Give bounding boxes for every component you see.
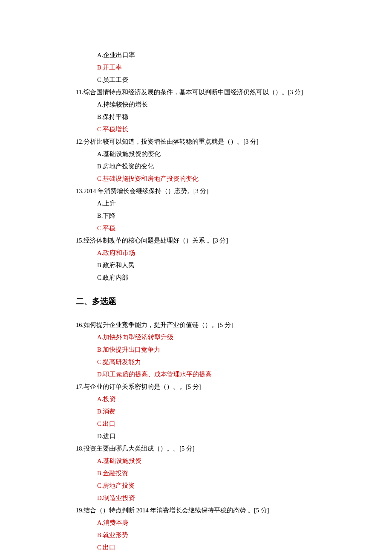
question-stem: 18.投资主要由哪几大类组成（）。。[5 分] [76,442,331,455]
option-correct: B.加快提升出口竞争力 [97,344,331,356]
option-correct: D.制造业投资 [97,492,331,504]
question-stem: 13.2014 年消费增长会继续保持（）态势。[3 分] [76,185,331,197]
option-correct: C.平稳 [97,222,331,234]
option: D.进口 [97,430,331,442]
option: C.员工工资 [97,74,331,86]
option-correct: A.投资 [97,393,331,405]
option-correct: B.金融投资 [97,467,331,480]
question-stem: 16.如何提升企业竞争能力，提升产业价值链（）。[5 分] [76,319,331,331]
section-title-multiple-choice: 二、多选题 [76,293,331,309]
option-correct: A.政府和市场 [97,247,331,259]
option: B.房地产投资的变化 [97,160,331,173]
option: B.保持平稳 [97,111,331,123]
option-correct: D.职工素质的提高、成本管理水平的提高 [97,368,331,381]
option-correct: C.出口 [97,541,331,554]
question-stem: 15.经济体制改革的核心问题是处理好（）关系 。[3 分] [76,234,331,247]
option: C.政府内部 [97,272,331,284]
option-correct: B.消费 [97,405,331,418]
option-correct: C.出口 [97,418,331,430]
page-content: A.企业出口率 B.开工率 C.员工工资 11.综合国情特点和经济发展的条件，基… [76,49,331,554]
option-correct: C.基础设施投资和房地产投资的变化 [97,173,331,185]
question-stem: 12.分析比较可以知道，投资增长由落转稳的重点就是（）。[3 分] [76,136,331,148]
option-correct: C.平稳增长 [97,123,331,136]
question-stem: 11.综合国情特点和经济发展的条件，基本可以判断中国经济仍然可以（）。[3 分] [76,86,331,98]
option: A.企业出口率 [97,49,331,61]
option-correct: C.房地产投资 [97,480,331,492]
option-correct: B.就业形势 [97,529,331,541]
option-correct: A.基础设施投资 [97,455,331,467]
option-correct: A.加快外向型经济转型升级 [97,331,331,344]
option: A.上升 [97,197,331,210]
option: B.下降 [97,210,331,222]
question-stem: 19.结合（）特点判断 2014 年消费增长会继续保持平稳的态势 。[5 分] [76,504,331,517]
option: A.持续较快的增长 [97,98,331,111]
option-correct: A.消费本身 [97,517,331,529]
option: A.基础设施投资的变化 [97,148,331,160]
option: B.政府和人民 [97,259,331,272]
option-correct: B.开工率 [97,61,331,74]
question-stem: 17.与企业的订单关系密切的是（）。。[5 分] [76,381,331,393]
option-correct: C.提高研发能力 [97,356,331,368]
